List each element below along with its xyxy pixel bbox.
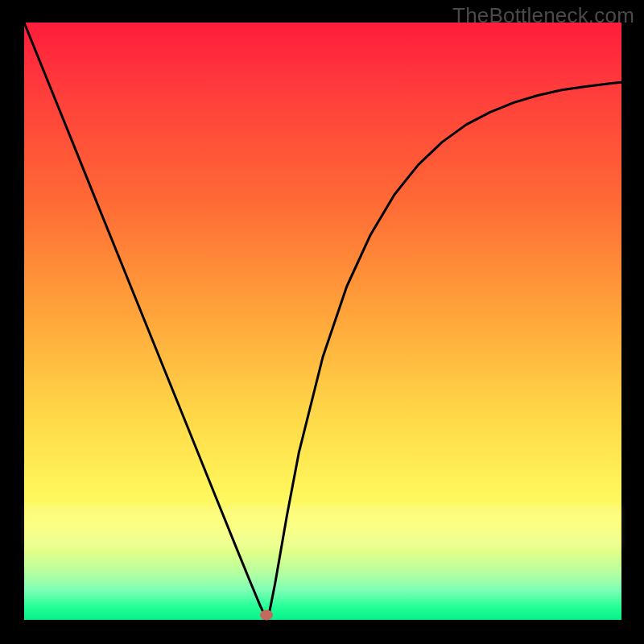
curve-minimum-marker [260,610,273,621]
watermark-text: TheBottleneck.com [452,3,634,28]
bottleneck-curve [24,23,621,620]
curve-line [24,23,621,617]
chart-frame: TheBottleneck.com [0,0,644,644]
plot-area [24,23,621,620]
